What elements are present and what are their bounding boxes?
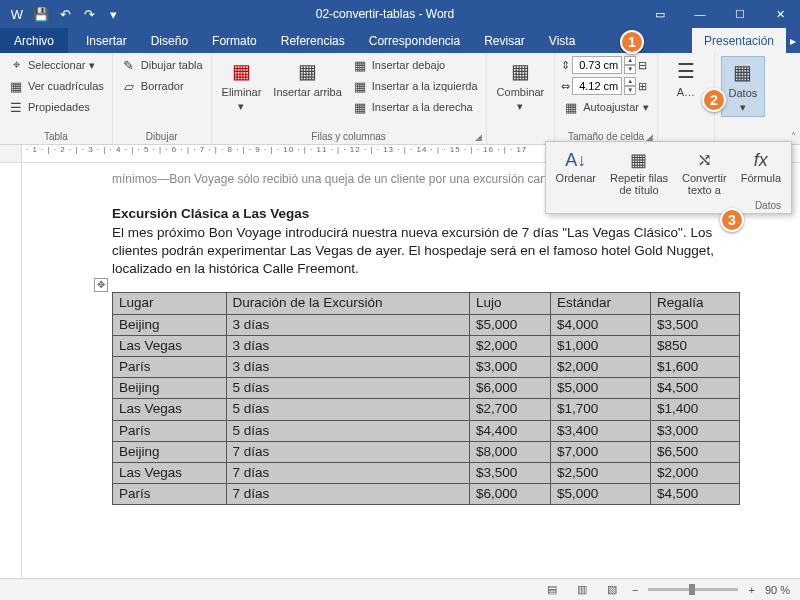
zoom-in-button[interactable]: + <box>748 584 754 596</box>
table-cell[interactable]: $4,000 <box>551 314 651 335</box>
table-cell[interactable]: $3,400 <box>551 420 651 441</box>
table-cell[interactable]: $850 <box>651 335 740 356</box>
table-cell[interactable]: $4,500 <box>651 378 740 399</box>
combine-button[interactable]: ▦Combinar▾ <box>493 56 549 115</box>
delete-button[interactable]: ▦Eliminar▾ <box>218 56 266 115</box>
draw-table-button[interactable]: ✎Dibujar tabla <box>119 56 205 74</box>
ribbon-options-icon[interactable]: ▭ <box>640 0 680 28</box>
table-cell[interactable]: París <box>113 484 227 505</box>
table-cell[interactable]: París <box>113 356 227 377</box>
undo-icon[interactable]: ↶ <box>56 5 74 23</box>
eraser-button[interactable]: ▱Borrador <box>119 77 205 95</box>
web-layout-icon[interactable]: ▧ <box>602 582 622 598</box>
tab-formato[interactable]: Formato <box>200 28 269 53</box>
table-cell[interactable]: $5,000 <box>551 378 651 399</box>
table-row[interactable]: Las Vegas5 días$2,700$1,700$1,400 <box>113 399 740 420</box>
dist-rows-icon[interactable]: ⊟ <box>638 59 647 72</box>
table-row[interactable]: París3 días$3,000$2,000$1,600 <box>113 356 740 377</box>
table-move-handle[interactable]: ✥ <box>94 278 108 292</box>
tab-insertar[interactable]: Insertar <box>68 28 139 53</box>
dialog-launcher-icon[interactable]: ◢ <box>475 132 482 142</box>
col-width-input[interactable] <box>572 77 622 95</box>
print-layout-icon[interactable]: ▥ <box>572 582 592 598</box>
table-header[interactable]: Lujo <box>469 293 550 314</box>
tab-vista[interactable]: Vista <box>537 28 587 53</box>
table-cell[interactable]: $1,700 <box>551 399 651 420</box>
table-cell[interactable]: 5 días <box>226 399 469 420</box>
row-height-input[interactable] <box>572 56 622 74</box>
tab-correspondencia[interactable]: Correspondencia <box>357 28 472 53</box>
table-header[interactable]: Estándar <box>551 293 651 314</box>
insert-below-button[interactable]: ▦Insertar debajo <box>350 56 480 74</box>
table-header[interactable]: Duración de la Excursión <box>226 293 469 314</box>
table-cell[interactable]: $3,500 <box>651 314 740 335</box>
table-row[interactable]: Las Vegas7 días$3,500$2,500$2,000 <box>113 463 740 484</box>
table-cell[interactable]: 7 días <box>226 463 469 484</box>
table-cell[interactable]: $2,000 <box>469 335 550 356</box>
page[interactable]: mínimos—Bon Voyage sólo recibió una quej… <box>22 163 800 578</box>
table-cell[interactable]: 3 días <box>226 356 469 377</box>
table-cell[interactable]: París <box>113 420 227 441</box>
table-cell[interactable]: $1,000 <box>551 335 651 356</box>
table-row[interactable]: Beijing3 días$5,000$4,000$3,500 <box>113 314 740 335</box>
table-header[interactable]: Lugar <box>113 293 227 314</box>
table-cell[interactable]: $2,000 <box>551 356 651 377</box>
table-cell[interactable]: $4,400 <box>469 420 550 441</box>
table-cell[interactable]: Las Vegas <box>113 399 227 420</box>
table-cell[interactable]: Beijing <box>113 441 227 462</box>
table-cell[interactable]: $2,500 <box>551 463 651 484</box>
tabs-scroll-icon[interactable]: ▸ <box>786 28 800 53</box>
tab-diseno[interactable]: Diseño <box>139 28 200 53</box>
dist-cols-icon[interactable]: ⊞ <box>638 80 647 93</box>
table-cell[interactable]: $6,000 <box>469 378 550 399</box>
spin-down-icon[interactable]: ▼ <box>624 86 636 95</box>
spin-down-icon[interactable]: ▼ <box>624 65 636 74</box>
table-cell[interactable]: $5,000 <box>551 484 651 505</box>
tab-revisar[interactable]: Revisar <box>472 28 537 53</box>
table-cell[interactable]: $6,500 <box>651 441 740 462</box>
table-cell[interactable]: 3 días <box>226 335 469 356</box>
spin-up-icon[interactable]: ▲ <box>624 56 636 65</box>
autofit-button[interactable]: ▦Autoajustar ▾ <box>561 98 651 116</box>
table-row[interactable]: París7 días$6,000$5,000$4,500 <box>113 484 740 505</box>
table-row[interactable]: Las Vegas3 días$2,000$1,000$850 <box>113 335 740 356</box>
table-cell[interactable]: Las Vegas <box>113 335 227 356</box>
tab-presentacion[interactable]: Presentación <box>692 28 786 53</box>
insert-above-button[interactable]: ▦Insertar arriba <box>269 56 345 100</box>
table-row[interactable]: Beijing5 días$6,000$5,000$4,500 <box>113 378 740 399</box>
formula-button[interactable]: fxFórmula <box>735 146 787 198</box>
table-row[interactable]: París5 días$4,400$3,400$3,000 <box>113 420 740 441</box>
table-cell[interactable]: Las Vegas <box>113 463 227 484</box>
repeat-header-button[interactable]: ▦Repetir filasde título <box>604 146 674 198</box>
table-cell[interactable]: $2,000 <box>651 463 740 484</box>
table-cell[interactable]: $3,000 <box>469 356 550 377</box>
maximize-button[interactable]: ☐ <box>720 0 760 28</box>
select-button[interactable]: ⌖Seleccionar ▾ <box>6 56 106 74</box>
tab-referencias[interactable]: Referencias <box>269 28 357 53</box>
ruler-vertical[interactable] <box>0 163 22 578</box>
read-mode-icon[interactable]: ▤ <box>542 582 562 598</box>
table-cell[interactable]: $3,000 <box>651 420 740 441</box>
table-cell[interactable]: $4,500 <box>651 484 740 505</box>
table-cell[interactable]: $2,700 <box>469 399 550 420</box>
tab-file[interactable]: Archivo <box>0 28 68 53</box>
table-cell[interactable]: $5,000 <box>469 314 550 335</box>
redo-icon[interactable]: ↷ <box>80 5 98 23</box>
minimize-button[interactable]: — <box>680 0 720 28</box>
table-cell[interactable]: $3,500 <box>469 463 550 484</box>
table-cell[interactable]: $1,400 <box>651 399 740 420</box>
datos-button[interactable]: ▦Datos▾ <box>721 56 765 117</box>
gridlines-button[interactable]: ▦Ver cuadrículas <box>6 77 106 95</box>
data-table[interactable]: LugarDuración de la ExcursiónLujoEstánda… <box>112 292 740 505</box>
table-cell[interactable]: 7 días <box>226 441 469 462</box>
zoom-out-button[interactable]: − <box>632 584 638 596</box>
table-cell[interactable]: 5 días <box>226 378 469 399</box>
insert-right-button[interactable]: ▦Insertar a la derecha <box>350 98 480 116</box>
convert-text-button[interactable]: ⤭Convertirtexto a <box>676 146 733 198</box>
save-icon[interactable]: 💾 <box>32 5 50 23</box>
table-cell[interactable]: $7,000 <box>551 441 651 462</box>
table-cell[interactable]: Beijing <box>113 378 227 399</box>
sort-button[interactable]: A↓Ordenar <box>550 146 602 198</box>
spin-up-icon[interactable]: ▲ <box>624 77 636 86</box>
table-row[interactable]: Beijing7 días$8,000$7,000$6,500 <box>113 441 740 462</box>
